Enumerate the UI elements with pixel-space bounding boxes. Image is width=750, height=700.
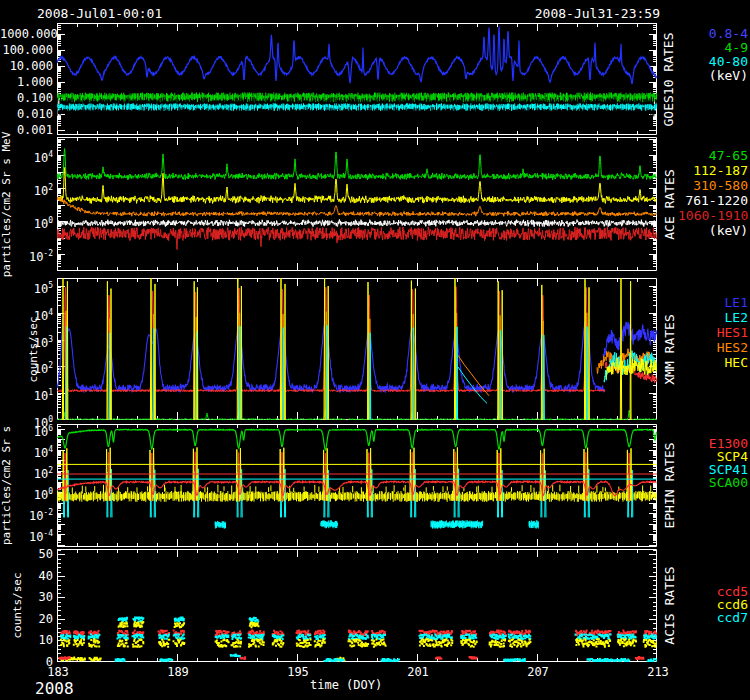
panel-y-axis-label: particles/cm2 Sr s MeV xyxy=(0,137,14,271)
legend-item: HES1 xyxy=(678,326,748,339)
panel-canvas-3 xyxy=(57,424,657,547)
y-tick-label: 1000.000 xyxy=(0,28,53,40)
legend-item: 1060-1910 xyxy=(678,209,748,222)
panel-y-axis-label: counts/sec xyxy=(26,278,40,420)
y-tick-label: 0.100 xyxy=(0,92,53,104)
legend-item: ccd7 xyxy=(678,611,748,624)
legend-item: 40-80 xyxy=(678,55,748,68)
y-tick-label: 0.010 xyxy=(0,108,53,120)
legend-item: 0.8-4 xyxy=(678,27,748,40)
y-tick-label: 100.000 xyxy=(0,44,53,56)
panel-canvas-0 xyxy=(57,23,657,135)
panel-y-axis-label: counts/sec xyxy=(10,549,24,662)
y-tick-label: 10 xyxy=(0,634,53,646)
panel-side-title: XMM RATES xyxy=(660,278,678,420)
panel-y-axis-label: particles/cm2 Sr s xyxy=(0,424,14,547)
legend-item: LE1 xyxy=(678,296,748,309)
radiation-monitor-chart: 2008-Jul01-00:01 2008-Jul31-23:59 time (… xyxy=(0,0,750,700)
legend-item: (keV) xyxy=(678,224,748,237)
x-axis-title: time (DOY) xyxy=(310,679,382,691)
y-tick-label: 20 xyxy=(0,613,53,625)
x-tick-label: 189 xyxy=(166,666,190,678)
panel-side-title: EPHIN RATES xyxy=(660,424,678,547)
panel-side-title: GOES10 RATES xyxy=(660,23,678,135)
legend-item: LE2 xyxy=(678,311,748,324)
x-tick-label: 207 xyxy=(526,666,550,678)
legend-item: (keV) xyxy=(678,69,748,82)
panel-canvas-4 xyxy=(57,549,657,662)
legend-item: 4-9 xyxy=(678,41,748,54)
legend-item: HEC xyxy=(678,356,748,369)
legend-item: 112-187 xyxy=(678,164,748,177)
legend-item: 761-1220 xyxy=(678,194,748,207)
legend-item: HES2 xyxy=(678,341,748,354)
x-tick-label: 213 xyxy=(646,666,670,678)
x-tick-label: 195 xyxy=(286,666,310,678)
y-tick-label: 10.000 xyxy=(0,60,53,72)
panel-side-title: ACIS RATES xyxy=(660,549,678,662)
x-tick-label: 183 xyxy=(46,666,70,678)
legend-item: SCA00 xyxy=(678,476,748,489)
legend-item: 310-580 xyxy=(678,179,748,192)
year-label: 2008 xyxy=(35,683,74,695)
y-tick-label: 30 xyxy=(0,591,53,603)
y-tick-label: 50 xyxy=(0,548,53,560)
panel-canvas-1 xyxy=(57,137,657,271)
start-datetime-label: 2008-Jul01-00:01 xyxy=(37,8,162,20)
y-tick-label: 40 xyxy=(0,570,53,582)
panel-canvas-2 xyxy=(57,278,657,420)
y-tick-label: 1.000 xyxy=(0,76,53,88)
end-datetime-label: 2008-Jul31-23:59 xyxy=(535,8,660,20)
legend-item: 47-65 xyxy=(678,149,748,162)
panel-side-title: ACE RATES xyxy=(660,137,678,271)
x-tick-label: 201 xyxy=(406,666,430,678)
